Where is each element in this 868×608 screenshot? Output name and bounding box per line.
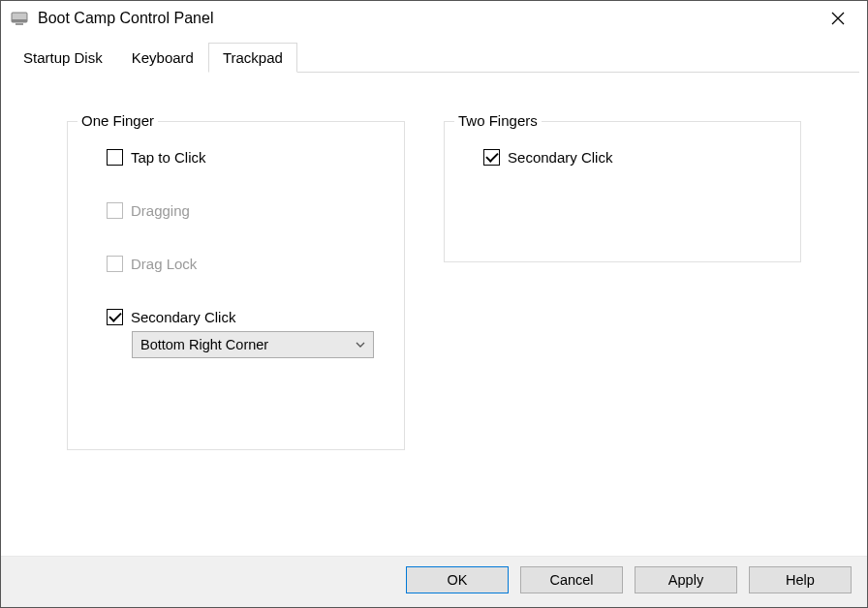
content: Startup Disk Keyboard Trackpad One Finge…: [1, 36, 867, 556]
label-tap-to-click: Tap to Click: [131, 149, 206, 166]
close-icon: [831, 12, 845, 25]
apply-button[interactable]: Apply: [635, 566, 737, 593]
footer: OK Cancel Apply Help: [1, 556, 867, 607]
legend-one-finger: One Finger: [78, 112, 158, 129]
svg-rect-2: [16, 23, 23, 25]
legend-two-fingers: Two Fingers: [454, 112, 542, 129]
tabs: Startup Disk Keyboard Trackpad: [9, 42, 859, 73]
tab-keyboard[interactable]: Keyboard: [117, 43, 208, 73]
window: Boot Camp Control Panel Startup Disk Key…: [0, 0, 868, 608]
cancel-button[interactable]: Cancel: [520, 566, 623, 593]
titlebar: Boot Camp Control Panel: [1, 1, 867, 36]
bootcamp-icon: [11, 10, 28, 27]
checkbox-tap-to-click[interactable]: [107, 149, 123, 166]
close-button[interactable]: [819, 3, 857, 34]
label-dragging: Dragging: [131, 202, 190, 219]
tab-startup-disk[interactable]: Startup Disk: [9, 43, 117, 73]
tab-content: One Finger Tap to Click Dragging: [9, 73, 859, 548]
ok-button[interactable]: OK: [406, 566, 509, 593]
svg-rect-1: [12, 19, 27, 22]
combo-secondary-click-corner[interactable]: Bottom Right Corner: [132, 331, 374, 358]
fieldset-two-fingers: Two Fingers Secondary Click: [444, 121, 801, 262]
tab-trackpad[interactable]: Trackpad: [208, 43, 297, 73]
checkbox-secondary-click-two[interactable]: [483, 149, 500, 166]
checkbox-drag-lock: [107, 256, 123, 272]
label-drag-lock: Drag Lock: [131, 256, 197, 272]
window-title: Boot Camp Control Panel: [38, 10, 213, 27]
fieldset-one-finger: One Finger Tap to Click Dragging: [67, 121, 405, 450]
label-secondary-click-two: Secondary Click: [508, 149, 612, 166]
label-secondary-click-one: Secondary Click: [131, 309, 235, 325]
help-button[interactable]: Help: [749, 566, 852, 593]
chevron-down-icon: [356, 337, 365, 352]
checkbox-secondary-click-one[interactable]: [107, 309, 123, 325]
checkbox-dragging: [107, 202, 123, 219]
combo-value: Bottom Right Corner: [140, 337, 268, 352]
